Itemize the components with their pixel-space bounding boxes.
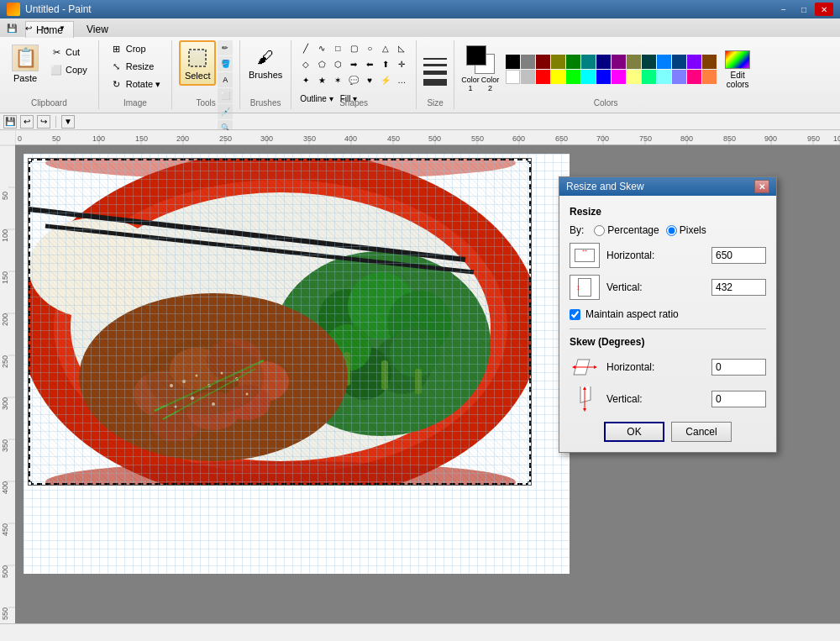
shape-triangle[interactable]: △ [378,40,393,55]
color-darkteal[interactable] [642,55,656,69]
color-springgreen[interactable] [642,70,656,84]
color-cyan[interactable] [581,70,596,84]
color-darkred[interactable] [536,55,550,69]
paste-button[interactable]: 📋 Paste [7,40,44,87]
minimize-button[interactable]: − [774,3,793,16]
color-violet[interactable] [687,55,701,69]
text-button[interactable]: A [218,72,233,87]
color-purple[interactable] [612,55,626,69]
pencil-button[interactable]: ✏ [218,40,233,55]
shape-ellipse[interactable]: ○ [362,40,377,55]
color-navy[interactable] [596,55,611,69]
resize-button[interactable]: ⤡ Resize [106,58,159,75]
by-label: By: [570,224,584,236]
shape-callout[interactable]: 💬 [346,72,361,87]
dialog-close-button[interactable]: ✕ [754,180,769,193]
color-green[interactable] [566,55,580,69]
color-darkolive[interactable] [627,55,641,69]
cut-button[interactable]: ✂ Cut [45,44,92,60]
pixels-radio-label[interactable]: Pixels [666,224,706,236]
size-2-button[interactable] [423,64,447,66]
ok-button[interactable]: OK [604,422,664,442]
shape-4way[interactable]: ✛ [394,56,409,71]
shape-rect[interactable]: □ [330,40,345,55]
toolbar-undo-btn[interactable]: ↩ [20,115,34,129]
color-white[interactable] [506,70,520,84]
shape-star6[interactable]: ✶ [330,72,345,87]
toolbar-save-btn[interactable]: 💾 [3,115,17,129]
color-silver[interactable] [521,70,535,84]
shape-up-arrow[interactable]: ⬆ [378,56,393,71]
color-teal[interactable] [581,55,596,69]
svg-text:400: 400 [1,481,9,494]
color-brightblue[interactable] [596,70,611,84]
shape-curve[interactable]: ∿ [314,40,329,55]
color-palette [506,55,717,84]
horizontal-value-input[interactable] [711,247,766,264]
svg-text:500: 500 [1,565,9,578]
resize-handle-se[interactable] [528,481,532,486]
size-3-button[interactable] [423,71,447,75]
color-lightyellow[interactable] [627,70,641,84]
resize-handle-ne[interactable] [528,158,532,162]
color-darkblue[interactable] [672,55,686,69]
toolbar-redo-btn[interactable]: ↪ [37,115,50,129]
close-button[interactable]: ✕ [815,3,833,16]
color-magenta[interactable] [612,70,626,84]
quick-save-button[interactable]: 💾 [4,20,19,35]
shape-extra[interactable]: … [394,72,409,87]
color-brown[interactable] [702,55,717,69]
resize-handle-nw[interactable] [28,158,32,162]
shape-right-tri[interactable]: ◺ [394,40,409,55]
dialog-divider [570,328,766,329]
skew-vertical-input[interactable] [711,391,766,407]
percentage-radio-label[interactable]: Percentage [594,224,659,236]
cancel-button[interactable]: Cancel [671,422,732,442]
color1-swatch[interactable] [466,45,486,66]
shape-right-arrow[interactable]: ➡ [346,56,361,71]
shape-left-arrow[interactable]: ⬅ [362,56,377,71]
color-lightblue[interactable] [672,70,686,84]
resize-handle-sw[interactable] [28,481,32,486]
copy-button[interactable]: ⬜ Copy [45,61,92,78]
color-olive[interactable] [551,55,565,69]
color-yellow[interactable] [551,70,565,84]
brushes-button[interactable]: 🖌 Brushes [247,40,284,84]
vertical-value-input[interactable] [711,279,766,296]
color-orange[interactable] [702,70,717,84]
aspect-ratio-checkbox[interactable] [570,309,580,320]
quick-redo-button[interactable]: ↪ [38,20,53,35]
color-lime[interactable] [566,70,580,84]
shape-line[interactable]: ╱ [298,40,313,55]
size-1-button[interactable] [423,58,447,60]
color-red[interactable] [536,70,550,84]
shape-roundrect[interactable]: ▢ [346,40,361,55]
quick-undo-button[interactable]: ↩ [21,20,36,35]
toolbar-extra-btn[interactable]: ▼ [61,115,75,129]
select-tool-button[interactable]: Select [179,40,216,86]
shape-diamond[interactable]: ◇ [298,56,313,71]
fill-button[interactable]: 🪣 [218,56,233,71]
color-hotpink[interactable] [687,70,701,84]
crop-button[interactable]: ⊞ Crop [106,40,150,57]
skew-v-icon [570,386,600,412]
edit-colors-button[interactable]: Editcolors [725,50,750,89]
color-lightcyan[interactable] [657,70,671,84]
shape-star5[interactable]: ★ [314,72,329,87]
maximize-button[interactable]: □ [795,3,813,16]
quick-dropdown-button[interactable]: ▼ [55,20,70,35]
percentage-radio[interactable] [594,225,605,236]
shape-hexagon[interactable]: ⬡ [330,56,345,71]
shape-pentagon[interactable]: ⬠ [314,56,329,71]
size-4-button[interactable] [423,79,447,86]
skew-horizontal-input[interactable] [711,359,766,376]
color-gray[interactable] [521,55,535,69]
rotate-button[interactable]: ↻ Rotate ▾ [106,76,165,92]
color-black[interactable] [506,55,520,69]
shape-heart[interactable]: ♥ [362,72,377,87]
shape-star4[interactable]: ✦ [298,72,313,87]
pixels-radio[interactable] [666,225,677,236]
color-blue[interactable] [657,55,671,69]
tab-view[interactable]: View [76,20,119,37]
shape-lightning[interactable]: ⚡ [378,72,393,87]
